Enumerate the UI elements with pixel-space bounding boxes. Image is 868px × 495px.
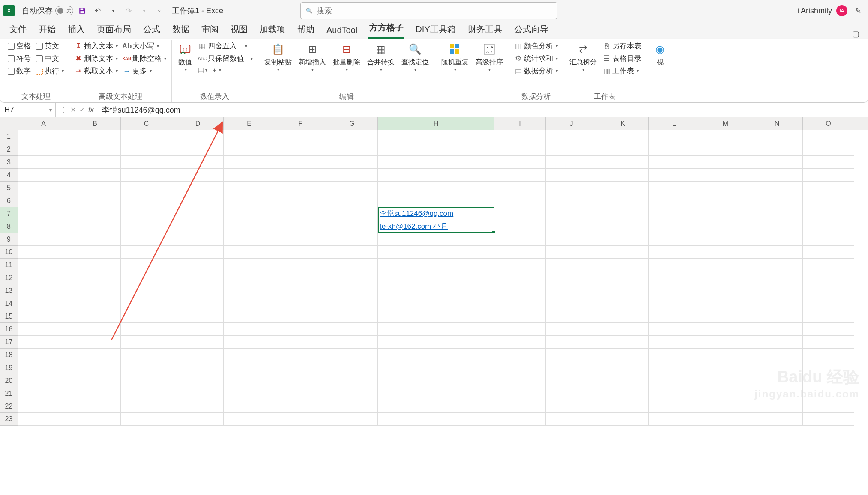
cell[interactable]: [494, 246, 546, 259]
cell[interactable]: [172, 271, 224, 284]
cell[interactable]: [649, 413, 700, 426]
cell[interactable]: [494, 207, 546, 220]
cell[interactable]: [546, 207, 597, 220]
cell[interactable]: [121, 387, 172, 400]
cell[interactable]: [803, 361, 854, 374]
cell[interactable]: [224, 130, 275, 143]
cell[interactable]: [121, 361, 172, 374]
cell[interactable]: [18, 361, 69, 374]
cell[interactable]: [121, 194, 172, 207]
cell[interactable]: [649, 297, 700, 310]
cell[interactable]: [546, 413, 597, 426]
row-1[interactable]: 1: [0, 130, 18, 143]
cell[interactable]: [378, 194, 494, 207]
cell[interactable]: [803, 207, 854, 220]
cell[interactable]: [326, 207, 378, 220]
cell[interactable]: [69, 130, 121, 143]
cell[interactable]: [751, 233, 803, 246]
cell[interactable]: [700, 323, 751, 336]
cell[interactable]: [275, 194, 326, 207]
tab-addins[interactable]: 加载项: [259, 21, 286, 39]
row-12[interactable]: 12: [0, 271, 18, 284]
cell[interactable]: [597, 246, 649, 259]
cell[interactable]: [224, 156, 275, 169]
row-11[interactable]: 11: [0, 259, 18, 271]
cell[interactable]: [494, 182, 546, 194]
formula-input[interactable]: 李悦su11246@qq.com: [98, 105, 868, 115]
btn-view-clip[interactable]: ◉视: [650, 40, 670, 68]
cell[interactable]: [649, 387, 700, 400]
cell[interactable]: [172, 259, 224, 271]
cell[interactable]: [69, 220, 121, 233]
cell[interactable]: [700, 284, 751, 297]
cell[interactable]: [597, 349, 649, 361]
col-A[interactable]: A: [18, 117, 69, 130]
btn-copypaste[interactable]: 📋复制粘贴▾: [262, 40, 294, 74]
cell[interactable]: [700, 130, 751, 143]
cell[interactable]: [803, 156, 854, 169]
cell[interactable]: [649, 182, 700, 194]
cell[interactable]: [597, 220, 649, 233]
col-K[interactable]: K: [597, 117, 649, 130]
tab-home[interactable]: 开始: [38, 21, 57, 39]
cell[interactable]: [18, 271, 69, 284]
cell[interactable]: [224, 259, 275, 271]
cell[interactable]: [700, 182, 751, 194]
fx-icon[interactable]: fx: [88, 106, 93, 114]
row-13[interactable]: 13: [0, 284, 18, 297]
cell[interactable]: [700, 194, 751, 207]
cell[interactable]: [69, 349, 121, 361]
cell[interactable]: [546, 310, 597, 323]
cell[interactable]: [224, 336, 275, 349]
cell[interactable]: [649, 374, 700, 387]
cell[interactable]: [172, 387, 224, 400]
cell[interactable]: [751, 349, 803, 361]
cell[interactable]: [700, 246, 751, 259]
row-23[interactable]: 23: [0, 413, 18, 426]
cell[interactable]: [494, 349, 546, 361]
cell[interactable]: [546, 361, 597, 374]
cell[interactable]: [649, 271, 700, 284]
cell[interactable]: [18, 220, 69, 233]
ck-number[interactable]: 数字: [6, 65, 33, 77]
row-9[interactable]: 9: [0, 233, 18, 246]
cell[interactable]: [546, 259, 597, 271]
col-O[interactable]: O: [803, 117, 854, 130]
cell[interactable]: [69, 400, 121, 413]
cell[interactable]: [172, 349, 224, 361]
cell[interactable]: [69, 323, 121, 336]
btn-splitsum[interactable]: ⇄汇总拆分▾: [567, 40, 599, 74]
cell[interactable]: [224, 271, 275, 284]
btn-saveas-sheet[interactable]: ⎘另存本表: [601, 40, 643, 52]
cell[interactable]: [494, 374, 546, 387]
cell[interactable]: [18, 207, 69, 220]
confirm-icon[interactable]: ✓: [79, 106, 85, 114]
cell[interactable]: [172, 143, 224, 156]
cell[interactable]: [326, 374, 378, 387]
cell[interactable]: [326, 284, 378, 297]
cell[interactable]: [546, 349, 597, 361]
cell[interactable]: [494, 156, 546, 169]
cell[interactable]: [700, 297, 751, 310]
cell[interactable]: [751, 246, 803, 259]
cell[interactable]: [700, 169, 751, 182]
cell[interactable]: [121, 400, 172, 413]
cell[interactable]: [700, 271, 751, 284]
cell[interactable]: [121, 374, 172, 387]
cell[interactable]: [224, 207, 275, 220]
tab-help[interactable]: 帮助: [296, 21, 315, 39]
cell[interactable]: [751, 374, 803, 387]
row-7[interactable]: 7: [0, 207, 18, 220]
ck-symbol[interactable]: 符号: [6, 53, 33, 64]
tab-insert[interactable]: 插入: [67, 21, 86, 39]
cell[interactable]: [751, 361, 803, 374]
cell[interactable]: [121, 169, 172, 182]
cell[interactable]: [494, 323, 546, 336]
cell[interactable]: [597, 400, 649, 413]
cell[interactable]: [649, 246, 700, 259]
cell[interactable]: [649, 233, 700, 246]
tab-wizard[interactable]: 公式向导: [513, 21, 549, 39]
cell[interactable]: [326, 400, 378, 413]
cell[interactable]: [275, 310, 326, 323]
cell[interactable]: [649, 156, 700, 169]
